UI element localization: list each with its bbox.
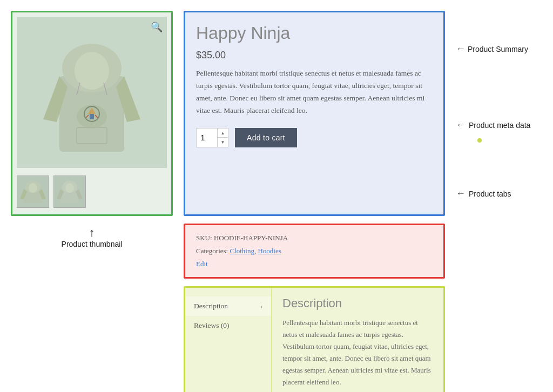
product-tabs-annotation: ← Product tabs [456,188,542,199]
quantity-arrows: ▲ ▼ [217,129,228,147]
product-summary-annotation: ← Product Summary [456,43,542,55]
main-image: 🔍 [17,17,167,168]
product-summary-arrow: ← [456,43,466,55]
product-meta-label: Product meta data [469,121,530,130]
product-meta-section: SKU: HOODIE-HAPPY-NINJA Categories: Clot… [184,224,445,279]
categories-label: Categories: [196,247,228,255]
product-thumbnail-label: Product thumbnail [62,240,123,248]
tab-reviews[interactable]: Reviews (0) [185,316,271,335]
quantity-up-button[interactable]: ▲ [218,129,228,138]
thumbnail-2[interactable] [53,175,86,208]
product-tabs-arrow: ← [456,188,466,199]
tab-description-label: Description [194,302,228,310]
quantity-wrapper: ▲ ▼ [196,128,228,147]
product-tabs-label: Product tabs [469,190,511,198]
sku-value: HOODIE-HAPPY-NINJA [214,234,288,242]
thumbnail-arrow-icon: ↑ [89,226,95,240]
tab-description-chevron: › [260,302,262,310]
tab-reviews-label: Reviews (0) [194,321,230,330]
tabs-content: Description Pellentesque habitant morbi … [272,288,443,392]
svg-point-23 [65,183,74,193]
product-price: $35.00 [196,50,433,61]
add-to-cart-button[interactable]: Add to cart [235,128,297,147]
meta-categories-row: Categories: Clothing, Hoodies [196,247,433,255]
product-meta-arrow: ← [456,119,466,131]
zoom-icon[interactable]: 🔍 [151,21,163,33]
thumbnail-1[interactable] [17,175,49,208]
meta-edit-row: Edit [196,260,433,268]
product-thumbnail-section: 🔍 [11,11,173,216]
tab-content-title: Description [282,296,433,310]
quantity-down-button[interactable]: ▼ [218,138,228,147]
tab-content-text: Pellentesque habitant morbi tristique se… [282,317,433,389]
category-clothing-link[interactable]: Clothing [230,247,254,255]
quantity-input[interactable] [197,129,217,147]
meta-sku-row: SKU: HOODIE-HAPPY-NINJA [196,234,433,242]
edit-link[interactable]: Edit [196,260,208,268]
product-meta-annotation: ← Product meta data [456,119,542,131]
annotations-column: ← Product Summary ← Product meta data ← … [456,11,542,392]
svg-rect-10 [90,114,94,119]
category-hoodies-link[interactable]: Hoodies [258,247,281,255]
tabs-sidebar: Description › Reviews (0) [185,288,272,392]
product-summary-section: Happy Ninja $35.00 Pellentesque habitant… [184,11,445,216]
product-description: Pellentesque habitant morbi tristique se… [196,67,433,117]
thumbnail-strip [17,173,167,210]
product-tabs-section: Description › Reviews (0) Description Pe… [184,286,445,392]
yellow-dot-area [467,136,542,145]
yellow-dot [477,138,482,143]
bottom-left-spacer [11,286,173,392]
sku-label: SKU: [196,234,212,242]
thumbnail-label-area: ↑ Product thumbnail [11,224,173,279]
tab-description[interactable]: Description › [185,296,271,316]
product-title: Happy Ninja [196,23,433,43]
svg-point-18 [29,183,37,193]
hoodie-illustration [38,22,146,163]
product-summary-label: Product Summary [468,45,528,53]
add-to-cart-row: ▲ ▼ Add to cart [196,128,433,147]
